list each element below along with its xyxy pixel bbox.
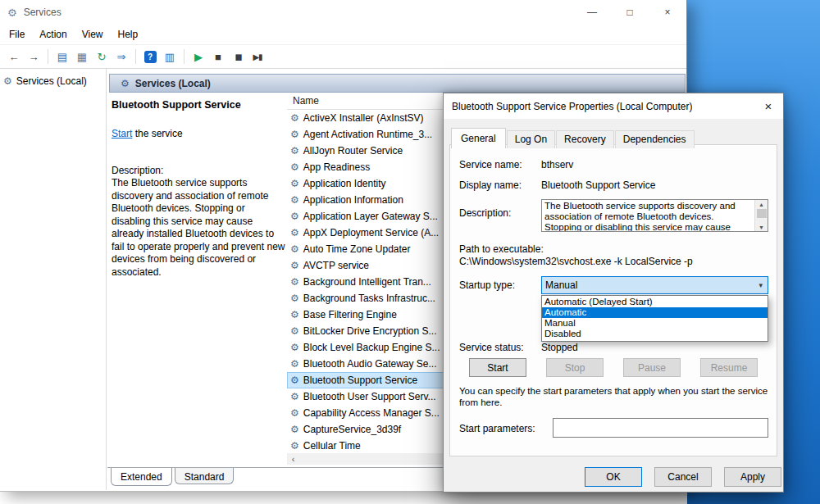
service-gear-icon: ⚙ (290, 309, 299, 320)
dialog-title: Bluetooth Support Service Properties (Lo… (452, 101, 692, 112)
minimize-icon: — (587, 7, 597, 18)
service-row-label: Block Level Backup Engine S... (303, 342, 440, 353)
service-gear-icon: ⚙ (290, 440, 299, 452)
description-text: The Bluetooth service supports discovery… (542, 200, 753, 232)
tab-dependencies[interactable]: Dependencies (615, 130, 695, 148)
help-icon: ? (144, 51, 157, 63)
pane-header-icon: ⚙ (121, 78, 130, 89)
startup-type-value: Manual (545, 279, 577, 291)
service-gear-icon: ⚙ (290, 260, 299, 271)
back-button[interactable]: ← (4, 48, 24, 66)
export-list-button[interactable]: ⇒ (112, 48, 131, 66)
properties-icon: ▦ (77, 51, 87, 63)
scroll-down-icon[interactable]: ▼ (758, 223, 764, 231)
forward-button[interactable]: → (24, 48, 43, 66)
menu-item[interactable]: View (75, 25, 111, 43)
apply-button[interactable]: Apply (724, 467, 781, 487)
start-parameters-input[interactable] (553, 418, 768, 438)
startup-option[interactable]: Automatic (542, 307, 768, 318)
help-button[interactable]: ? (140, 48, 160, 66)
stop-service-button[interactable]: ■ (208, 48, 228, 66)
dialog-close-button[interactable]: × (754, 93, 783, 119)
tab-general[interactable]: General (451, 128, 506, 148)
resume-button[interactable]: Resume (700, 358, 758, 377)
new-window-button[interactable]: ▥ (160, 48, 180, 66)
window-titlebar[interactable]: ⚙ Services — □ × (0, 0, 686, 25)
maximize-icon: □ (626, 7, 632, 18)
service-row-label: Application Information (303, 194, 403, 206)
scroll-left-icon[interactable]: ‹ (287, 453, 299, 465)
refresh-button[interactable]: ↻ (92, 48, 112, 66)
cancel-button[interactable]: Cancel (654, 467, 712, 487)
properties-button[interactable]: ▦ (72, 48, 92, 66)
service-row-label: AppX Deployment Service (A... (303, 227, 439, 238)
show-console-tree-button[interactable]: ▤ (52, 48, 72, 66)
toolbar: ←→ ▤▦↻⇒ ?▥ ▶■▮▮▶▮ (0, 45, 686, 69)
start-service-icon: ▶ (194, 51, 203, 63)
tab-extended[interactable]: Extended (111, 468, 172, 486)
tab-standard[interactable]: Standard (175, 468, 235, 484)
start-button[interactable]: Start (469, 358, 526, 377)
tab-recovery[interactable]: Recovery (556, 130, 614, 148)
display-name-label: Display name: (459, 179, 522, 191)
tree-item-label: Services (Local) (16, 75, 87, 87)
service-row-label: CaptureService_3d39f (303, 424, 401, 435)
dialog-titlebar[interactable]: Bluetooth Support Service Properties (Lo… (444, 93, 783, 119)
service-row-label: Auto Time Zone Updater (303, 243, 411, 255)
service-row-label: AVCTP service (303, 260, 369, 271)
menu-item[interactable]: File (2, 25, 32, 43)
startup-option[interactable]: Automatic (Delayed Start) (542, 297, 768, 307)
tree-item-services-local[interactable]: ⚙ Services (Local) (0, 73, 106, 89)
scroll-up-icon[interactable]: ▲ (758, 200, 764, 208)
startup-option[interactable]: Disabled (542, 329, 768, 339)
close-button[interactable]: × (649, 0, 686, 25)
service-row-label: Agent Activation Runtime_3... (303, 129, 432, 140)
service-gear-icon: ⚙ (290, 178, 299, 189)
ok-button[interactable]: OK (585, 467, 642, 487)
services-node-icon: ⚙ (3, 75, 12, 87)
path-value: C:\Windows\system32\svchost.exe -k Local… (459, 256, 693, 267)
service-gear-icon: ⚙ (290, 243, 299, 255)
window-controls: — □ × (573, 0, 686, 25)
start-parameters-hint: You can specify the start parameters tha… (459, 385, 772, 408)
description-textbox[interactable]: The Bluetooth service supports discovery… (541, 199, 768, 232)
service-row-label: Capability Access Manager S... (303, 407, 440, 419)
menu-item[interactable]: Help (111, 25, 146, 43)
service-row-label: Bluetooth User Support Serv... (303, 391, 436, 402)
stop-service-icon: ■ (215, 51, 221, 63)
service-row-label: ActiveX Installer (AxInstSV) (303, 112, 424, 124)
chevron-down-icon: ▾ (758, 281, 768, 289)
maximize-button[interactable]: □ (611, 0, 649, 25)
service-status-label: Service status: (459, 342, 524, 353)
service-gear-icon: ⚙ (290, 112, 299, 124)
service-gear-icon: ⚙ (290, 375, 299, 386)
new-window-icon: ▥ (165, 51, 175, 63)
service-gear-icon: ⚙ (290, 129, 299, 140)
service-gear-icon: ⚙ (290, 145, 299, 157)
service-gear-icon: ⚙ (290, 391, 299, 402)
restart-service-button[interactable]: ▶▮ (248, 48, 267, 66)
scrollbar-thumb[interactable] (757, 209, 767, 218)
service-gear-icon: ⚙ (290, 194, 299, 206)
pause-service-icon: ▮▮ (235, 52, 240, 61)
service-name-value: bthserv (541, 159, 573, 170)
start-service-button[interactable]: ▶ (189, 48, 208, 66)
services-app-icon: ⚙ (7, 7, 17, 19)
tab-log-on[interactable]: Log On (507, 130, 555, 148)
start-service-link[interactable]: Start (112, 128, 132, 139)
startup-option[interactable]: Manual (542, 318, 768, 329)
menu-bar: FileActionViewHelp (0, 25, 686, 45)
menu-item[interactable]: Action (32, 25, 74, 43)
service-gear-icon: ⚙ (290, 211, 299, 222)
description-scrollbar[interactable]: ▲ ▼ (754, 200, 768, 231)
export-list-icon: ⇒ (117, 51, 126, 63)
service-gear-icon: ⚙ (290, 293, 299, 304)
startup-type-combobox[interactable]: Manual ▾ (541, 276, 768, 294)
selected-service-title: Bluetooth Support Service (112, 99, 286, 111)
pause-service-button[interactable]: ▮▮ (228, 48, 248, 66)
pause-button[interactable]: Pause (623, 358, 681, 377)
stop-button[interactable]: Stop (546, 358, 604, 377)
service-row-label: Base Filtering Engine (303, 309, 397, 320)
service-gear-icon: ⚙ (290, 424, 299, 435)
minimize-button[interactable]: — (573, 0, 611, 25)
